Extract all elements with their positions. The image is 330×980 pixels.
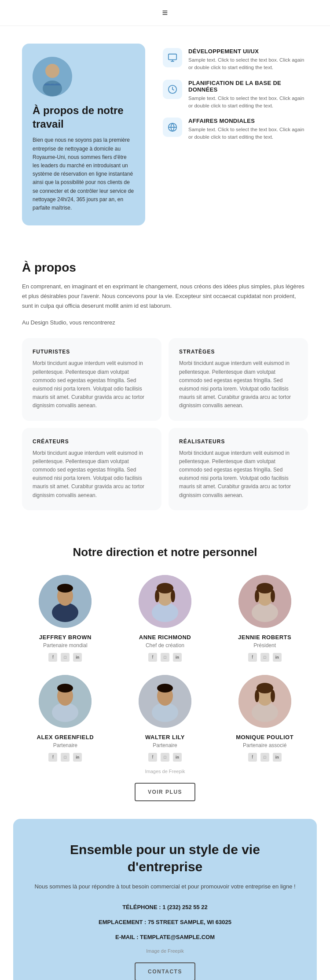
team-name-0: JEFFREY BROWN: [39, 634, 92, 641]
voir-plus-button[interactable]: VOIR PLUS: [135, 783, 195, 801]
social-instagram-3[interactable]: □: [61, 753, 70, 762]
service-desc-1: Sample text. Click to select the text bo…: [188, 95, 308, 110]
hero-services: DÉVELOPPEMENT UI/UX Sample text. Click t…: [163, 44, 308, 141]
svg-point-1: [45, 64, 59, 78]
svg-point-34: [255, 690, 259, 702]
service-icon-1: [163, 80, 182, 99]
social-facebook-0[interactable]: f: [48, 653, 57, 662]
cta-location: EMPLACEMENT : 75 STREET SAMPLE, WI 63025: [31, 917, 299, 928]
hero-title: À propos de notre travail: [33, 103, 135, 131]
card-title-2: CRÉATEURS: [33, 438, 151, 445]
service-title-2: AFFAIRES MONDIALES: [188, 118, 308, 124]
menu-icon[interactable]: ≡: [162, 7, 168, 18]
svg-point-20: [255, 590, 259, 602]
team-name-5: MONIQUE POULIOT: [236, 734, 293, 741]
about-card-0: FUTURISTES Morbi tincidunt augue interdu…: [22, 338, 161, 420]
social-linkedin-3[interactable]: in: [73, 753, 82, 762]
team-role-5: Partenaire associé: [243, 742, 286, 748]
team-name-1: ANNE RICHMOND: [139, 634, 191, 641]
card-desc-3: Morbi tincidunt augue interdum velit eui…: [179, 449, 297, 500]
cards-grid: FUTURISTES Morbi tincidunt augue interdu…: [22, 338, 308, 510]
service-icon-0: [163, 48, 182, 67]
social-linkedin-0[interactable]: in: [73, 653, 82, 662]
social-instagram-4[interactable]: □: [161, 753, 169, 762]
svg-point-25: [57, 684, 73, 693]
team-social-4: f □ in: [148, 753, 182, 762]
cta-title: Ensemble pour un style de vie d'entrepri…: [31, 841, 299, 875]
svg-point-14: [155, 590, 159, 602]
about-section: À propos En comprenant, en imaginant et …: [0, 243, 330, 528]
service-item-2: AFFAIRES MONDIALES Sample text. Click to…: [163, 118, 308, 141]
team-title: Notre direction et notre personnel: [22, 545, 308, 559]
team-member-4: WALTER LILY Partenaire f □ in: [122, 675, 209, 762]
svg-point-29: [157, 684, 173, 693]
social-linkedin-1[interactable]: in: [173, 653, 182, 662]
service-desc-0: Sample text. Click to select the text bo…: [188, 56, 308, 72]
cta-description: Nous sommes là pour répondre à tout beso…: [31, 882, 299, 892]
social-instagram-2[interactable]: □: [260, 653, 269, 662]
team-social-0: f □ in: [48, 653, 82, 662]
team-social-1: f □ in: [148, 653, 182, 662]
about-card-1: STRATÈGES Morbi tincidunt augue interdum…: [169, 338, 308, 420]
about-card-2: CRÉATEURS Morbi tincidunt augue interdum…: [22, 428, 161, 510]
svg-point-35: [271, 690, 275, 702]
team-role-0: Partenaire mondial: [43, 642, 88, 648]
svg-point-13: [157, 583, 173, 593]
team-member-1: ANNE RICHMOND Chef de création f □ in: [122, 575, 209, 662]
service-content-0: DÉVELOPPEMENT UI/UX Sample text. Click t…: [188, 48, 308, 72]
cta-phone: TÉLÉPHONE : 1 (232) 252 55 22: [31, 902, 299, 913]
contacts-button[interactable]: CONTACTS: [135, 962, 195, 980]
service-content-1: PLANIFICATION DE LA BASE DE DONNÉES Samp…: [188, 80, 308, 110]
team-photo-4: [139, 675, 191, 728]
social-linkedin-2[interactable]: in: [273, 653, 282, 662]
team-member-5: MONIQUE POULIOT Partenaire associé f □ i…: [221, 675, 308, 762]
team-name-3: ALEX GREENFIELD: [37, 734, 94, 741]
svg-rect-3: [169, 54, 176, 60]
service-title-0: DÉVELOPPEMENT UI/UX: [188, 48, 308, 55]
service-icon-2: [163, 118, 182, 137]
cta-freepik-note: Image de Freepik: [31, 948, 299, 954]
service-content-2: AFFAIRES MONDIALES Sample text. Click to…: [188, 118, 308, 141]
social-facebook-3[interactable]: f: [48, 753, 57, 762]
team-social-2: f □ in: [248, 653, 282, 662]
team-photo-1: [139, 575, 191, 628]
about-subtitle: Au Design Studio, vous rencontrerez: [22, 318, 308, 328]
service-item-1: PLANIFICATION DE LA BASE DE DONNÉES Samp…: [163, 80, 308, 110]
team-role-3: Partenaire: [53, 742, 77, 748]
social-instagram-0[interactable]: □: [61, 653, 70, 662]
team-role-1: Chef de création: [146, 642, 184, 648]
freepik-images-note: Images de Freepik: [22, 769, 308, 774]
team-member-2: JENNIE ROBERTS Président f □ in: [221, 575, 308, 662]
team-social-5: f □ in: [248, 753, 282, 762]
social-instagram-5[interactable]: □: [260, 753, 269, 762]
service-title-1: PLANIFICATION DE LA BASE DE DONNÉES: [188, 80, 308, 93]
card-title-0: FUTURISTES: [33, 349, 151, 355]
svg-point-15: [171, 590, 175, 602]
team-photo-2: [238, 575, 291, 628]
hero-description: Bien que nous ne soyons pas la première …: [33, 136, 135, 212]
top-navigation: ≡: [0, 0, 330, 26]
hero-section: À propos de notre travail Bien que nous …: [0, 26, 330, 243]
card-desc-2: Morbi tincidunt augue interdum velit eui…: [33, 449, 151, 500]
team-photo-5: [238, 675, 291, 728]
social-linkedin-5[interactable]: in: [273, 753, 282, 762]
card-title-3: RÉALISATEURS: [179, 438, 297, 445]
svg-point-33: [257, 683, 273, 693]
social-facebook-4[interactable]: f: [148, 753, 157, 762]
about-title: À propos: [22, 261, 308, 275]
card-title-1: STRATÈGES: [179, 349, 297, 355]
social-linkedin-4[interactable]: in: [173, 753, 182, 762]
team-name-2: JENNIE ROBERTS: [238, 634, 291, 641]
service-desc-2: Sample text. Click to select the text bo…: [188, 126, 308, 141]
team-name-4: WALTER LILY: [145, 734, 185, 741]
team-member-3: ALEX GREENFIELD Partenaire f □ in: [22, 675, 109, 762]
svg-point-2: [43, 81, 62, 96]
social-instagram-1[interactable]: □: [161, 653, 169, 662]
social-facebook-5[interactable]: f: [248, 753, 257, 762]
about-paragraph1: En comprenant, en imaginant et en exprim…: [22, 282, 308, 311]
social-facebook-2[interactable]: f: [248, 653, 257, 662]
social-facebook-1[interactable]: f: [148, 653, 157, 662]
svg-point-21: [271, 590, 275, 602]
team-role-2: Président: [253, 642, 276, 648]
svg-point-19: [257, 583, 273, 593]
